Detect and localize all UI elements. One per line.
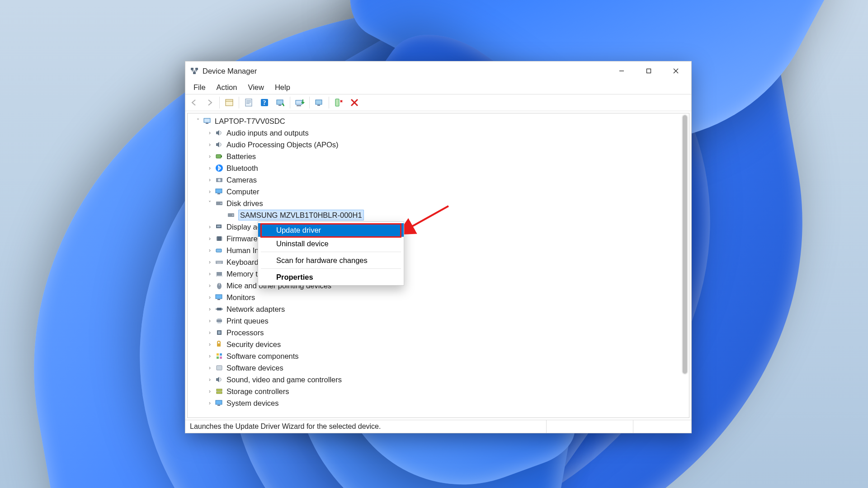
tree-cat-sw-devices[interactable]: › Software devices <box>191 362 681 374</box>
uninstall-device-button[interactable] <box>331 95 346 110</box>
svg-rect-2 <box>193 72 196 74</box>
mouse-icon <box>215 281 224 290</box>
chevron-right-icon[interactable]: › <box>206 152 214 160</box>
toolbar-divider <box>309 97 310 108</box>
chevron-right-icon[interactable]: › <box>206 270 214 278</box>
tree-cat-sw-components[interactable]: › Software components <box>191 350 681 362</box>
tree-label: Processors <box>226 328 264 337</box>
tree-cat-computer[interactable]: › Computer <box>191 186 681 197</box>
chevron-right-icon[interactable]: › <box>206 282 214 290</box>
svg-rect-35 <box>216 295 222 299</box>
tree-cat-batteries[interactable]: › Batteries <box>191 150 681 162</box>
scrollbar[interactable] <box>682 114 688 375</box>
forward-button[interactable] <box>203 95 217 110</box>
disk-icon <box>215 199 224 208</box>
chevron-right-icon[interactable]: › <box>206 387 214 395</box>
back-button[interactable] <box>187 95 201 110</box>
chevron-right-icon[interactable]: › <box>206 129 214 137</box>
tree-cat-processors[interactable]: › Processors <box>191 327 681 338</box>
tree-cat-bluetooth[interactable]: › Bluetooth <box>191 162 681 174</box>
tree-cat-print-queues[interactable]: › Print queues <box>191 315 681 327</box>
chevron-right-icon[interactable]: › <box>206 352 214 360</box>
menu-action[interactable]: Action <box>211 82 243 93</box>
software-icon <box>215 363 224 372</box>
svg-rect-18 <box>221 155 222 157</box>
tree-cat-system-devices[interactable]: › System devices <box>191 397 681 409</box>
ctx-uninstall-device[interactable]: Uninstall device <box>258 237 404 250</box>
help-button[interactable]: ? <box>257 95 272 110</box>
chevron-right-icon[interactable]: › <box>206 176 214 184</box>
chevron-right-icon[interactable]: › <box>206 340 214 348</box>
titlebar[interactable]: Device Manager <box>185 61 691 80</box>
svg-point-10 <box>283 105 284 106</box>
svg-rect-38 <box>217 319 222 322</box>
tree-cat-disk-drives[interactable]: ˅ Disk drives <box>191 197 681 209</box>
properties-button[interactable] <box>241 95 256 110</box>
toolbar-divider <box>290 97 290 108</box>
ctx-update-driver[interactable]: Update driver <box>258 223 404 237</box>
scrollbar-thumb[interactable] <box>683 115 687 374</box>
svg-rect-1 <box>195 68 198 70</box>
close-button[interactable] <box>662 61 689 80</box>
svg-rect-31 <box>216 249 222 252</box>
tree-cat-sound-video-game[interactable]: › Sound, video and game controllers <box>191 374 681 385</box>
chevron-right-icon[interactable]: › <box>206 328 214 337</box>
minimize-button[interactable] <box>608 61 635 80</box>
svg-point-19 <box>216 164 223 172</box>
chevron-right-icon[interactable]: › <box>206 246 214 254</box>
tree-label: Audio inputs and outputs <box>226 129 309 137</box>
svg-rect-12 <box>316 100 322 104</box>
menu-file[interactable]: File <box>188 82 211 93</box>
maximize-button[interactable] <box>635 61 662 80</box>
tree-cat-storage-controllers[interactable]: › Storage controllers <box>191 385 681 397</box>
update-driver-button[interactable] <box>292 95 307 110</box>
chevron-right-icon[interactable]: › <box>206 164 214 172</box>
ctx-scan-hardware[interactable]: Scan for hardware changes <box>258 253 404 267</box>
tree-label: Sound, video and game controllers <box>226 375 342 384</box>
menu-help[interactable]: Help <box>269 82 296 93</box>
svg-rect-44 <box>217 353 219 356</box>
tree-root[interactable]: ˅ LAPTOP-T7VV0SDC <box>191 115 681 127</box>
chevron-right-icon[interactable]: › <box>206 235 214 243</box>
tree-cat-apo[interactable]: › Audio Processing Objects (APOs) <box>191 139 681 150</box>
chevron-right-icon[interactable]: › <box>206 305 214 313</box>
chevron-right-icon[interactable]: › <box>206 223 214 231</box>
tree-label: System devices <box>226 399 279 408</box>
display-adapter-icon <box>215 222 224 231</box>
svg-rect-36 <box>217 299 220 300</box>
show-hide-console-button[interactable] <box>222 95 236 110</box>
enable-device-button[interactable] <box>312 95 326 110</box>
battery-icon <box>215 152 224 161</box>
tree-item-selected-disk[interactable]: · SAMSUNG MZVLB1T0HBLR-000H1 <box>191 209 681 221</box>
chevron-right-icon[interactable]: › <box>206 364 214 372</box>
disable-device-button[interactable] <box>347 95 362 110</box>
tree-label: Batteries <box>226 152 256 161</box>
tree-label: Computer <box>226 188 259 196</box>
chevron-right-icon[interactable]: › <box>206 188 214 196</box>
ctx-properties[interactable]: Properties <box>258 270 404 284</box>
scan-hardware-button[interactable] <box>273 95 288 110</box>
svg-rect-46 <box>217 357 219 359</box>
chevron-right-icon[interactable]: › <box>206 293 214 301</box>
chevron-down-icon[interactable]: ˅ <box>194 117 202 125</box>
chevron-right-icon[interactable]: › <box>206 317 214 325</box>
tree-cat-audio-io[interactable]: › Audio inputs and outputs <box>191 127 681 139</box>
chevron-right-icon[interactable]: › <box>206 399 214 407</box>
disk-icon <box>226 211 236 220</box>
component-icon <box>215 352 224 361</box>
tree-cat-monitors[interactable]: › Monitors <box>191 291 681 303</box>
speaker-icon <box>215 375 224 384</box>
svg-rect-0 <box>191 68 193 70</box>
chevron-right-icon[interactable]: › <box>206 141 214 149</box>
chevron-right-icon[interactable]: › <box>206 258 214 266</box>
menubar: File Action View Help <box>185 80 691 94</box>
chevron-down-icon[interactable]: ˅ <box>206 199 214 207</box>
menu-view[interactable]: View <box>242 82 269 93</box>
tree-cat-network[interactable]: › Network adapters <box>191 303 681 315</box>
ctx-item-label: Scan for hardware changes <box>276 256 368 265</box>
speaker-icon <box>215 140 224 149</box>
tree-label: Cameras <box>226 176 257 184</box>
chevron-right-icon[interactable]: › <box>206 375 214 384</box>
tree-cat-cameras[interactable]: › Cameras <box>191 174 681 186</box>
tree-cat-security[interactable]: › Security devices <box>191 338 681 350</box>
